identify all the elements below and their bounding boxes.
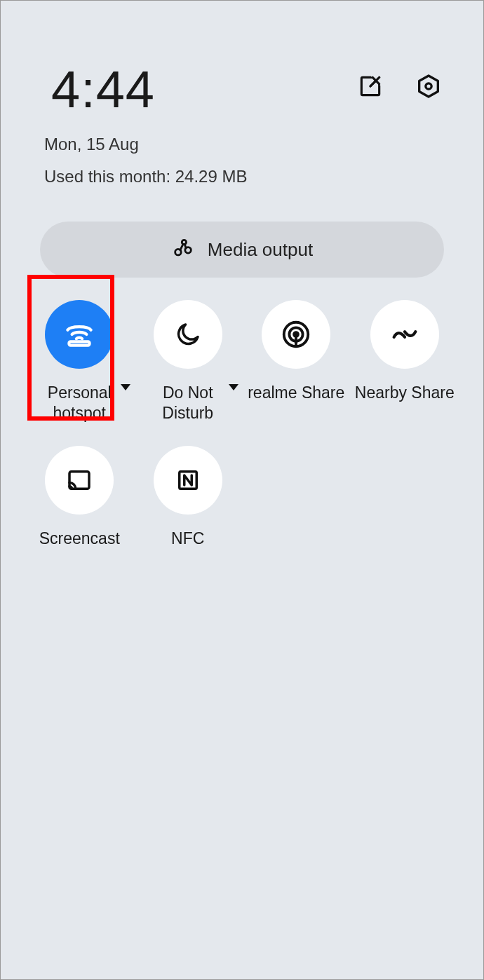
screencast-icon — [45, 446, 114, 515]
media-output-label: Media output — [208, 239, 313, 261]
svg-point-2 — [426, 83, 431, 89]
tile-realme-share[interactable]: realme Share — [246, 294, 347, 423]
svg-rect-11 — [69, 471, 89, 489]
tile-label: Personal hotspot — [29, 383, 130, 423]
tile-nfc[interactable]: NFC — [137, 440, 239, 549]
tile-do-not-disturb[interactable]: Do Not Disturb — [137, 294, 239, 423]
tile-label: NFC — [171, 529, 204, 549]
clock-time: 4:44 — [51, 60, 155, 119]
tile-label: Do Not Disturb — [137, 383, 239, 423]
realme-share-icon — [262, 300, 330, 369]
media-output-icon — [171, 236, 195, 263]
settings-icon[interactable] — [415, 72, 443, 103]
quick-tiles-grid: Personal hotspot Do Not Disturb realme S… — [1, 294, 483, 548]
svg-point-10 — [294, 332, 298, 336]
edit-icon[interactable] — [357, 73, 384, 102]
nearby-share-icon — [370, 300, 439, 369]
tile-personal-hotspot[interactable]: Personal hotspot — [29, 294, 130, 423]
data-usage-text: Used this month: 24.29 MB — [44, 167, 483, 186]
moon-icon — [154, 300, 222, 369]
nfc-icon — [154, 446, 222, 515]
hotspot-icon — [45, 300, 114, 369]
date-text: Mon, 15 Aug — [44, 135, 483, 154]
tile-label: realme Share — [248, 383, 344, 403]
svg-rect-6 — [69, 341, 90, 345]
tile-label: Screencast — [39, 529, 120, 549]
tile-nearby-share[interactable]: Nearby Share — [354, 294, 456, 423]
chevron-down-icon[interactable] — [229, 384, 238, 390]
svg-marker-1 — [419, 76, 438, 97]
media-output-button[interactable]: Media output — [40, 222, 444, 278]
chevron-down-icon[interactable] — [121, 384, 130, 390]
tile-screencast[interactable]: Screencast — [29, 440, 130, 549]
tile-label: Nearby Share — [355, 383, 455, 403]
